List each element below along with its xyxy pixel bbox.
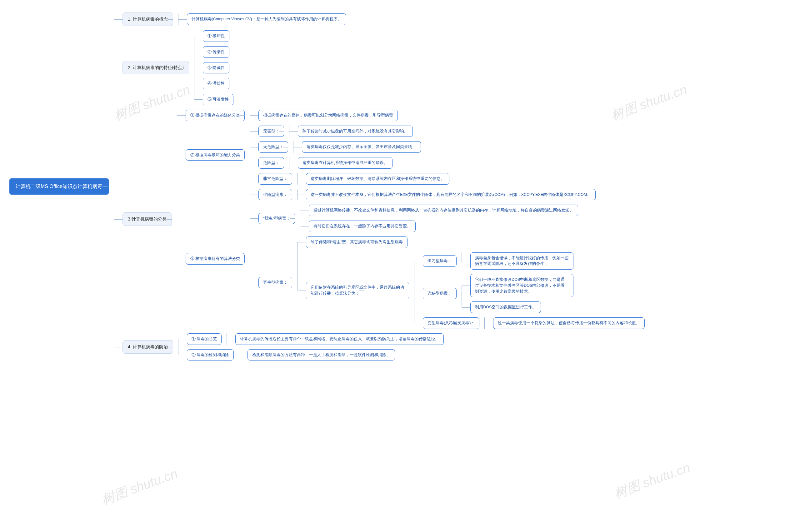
- damage-nonhazard[interactable]: 无危险型：: [258, 141, 288, 153]
- concept-definition[interactable]: 计算机病毒(Computer Viruses CV)：是一种人为编制的具有破坏作…: [187, 14, 346, 25]
- section-4-prevention[interactable]: 4. 计算机病毒的防治: [123, 340, 173, 354]
- worm-virus-desc-2[interactable]: 有时它们在系统存在，一般除了内存不占用其它资源。: [309, 221, 416, 232]
- section-1-concept[interactable]: 1. 计算机病毒的概念: [123, 13, 173, 26]
- damage-hazard-desc[interactable]: 这类病毒在计算机系统操作中造成严重的错误。: [298, 157, 392, 169]
- classify-by-media-desc[interactable]: 根据病毒存在的媒体，病毒可以划分为网络病毒，文件病毒，引导型病毒: [258, 110, 398, 121]
- stealth-virus[interactable]: 诡秘型病毒：: [423, 288, 457, 299]
- stealth-virus-desc-1[interactable]: 它们一般不直接修改DOS中断和扇区数据，而是通过设备技术和文件缓冲区等DOS内部…: [470, 274, 573, 297]
- worm-virus[interactable]: "蠕虫"型病毒：: [258, 213, 295, 224]
- feature-item[interactable]: ② 传染性: [203, 46, 229, 58]
- companion-virus-desc[interactable]: 这一类病毒并不改变文件本身，它们根据算法产生EXE文件的伴随体，具有同样的名字和…: [306, 189, 596, 201]
- root-node[interactable]: 计算机二级MS Office知识点计算机病毒: [10, 178, 109, 195]
- parasite-virus-desc-2[interactable]: 它们依附在系统的引导扇区或文件中，通过系统的功能进行传播，按算法分为：: [306, 282, 409, 299]
- section-2-features[interactable]: 2. 计算机病毒的的特征(特点): [123, 61, 189, 74]
- parasite-virus[interactable]: 寄生型病毒：: [258, 277, 292, 288]
- detection-removal[interactable]: ② 病毒的检测和消除: [187, 349, 234, 361]
- stealth-virus-desc-2[interactable]: 利用DOS空间的数据区进行工作。: [470, 302, 541, 313]
- feature-item[interactable]: ③ 隐藏性: [203, 62, 229, 74]
- damage-harmless-desc[interactable]: 除了传染时减少磁盘的可用空间外，对系统没有其它影响。: [298, 126, 413, 137]
- polymorphic-virus[interactable]: 变型病毒(又称幽灵病毒)：: [423, 317, 479, 329]
- prevention[interactable]: ① 病毒的防范: [187, 333, 222, 345]
- practice-virus-desc[interactable]: 病毒自身包含错误，不能进行很好的传播，例如一些病毒在调试阶段，还不具备发作的条件…: [470, 252, 573, 270]
- feature-item[interactable]: ⑤ 可激发性: [203, 94, 234, 105]
- worm-virus-desc-1[interactable]: 通过计算机网络传播，不改变文件和资料信息，利用网络从一台机器的内存传播到其它机器…: [309, 205, 578, 216]
- feature-item[interactable]: ④ 潜伏性: [203, 78, 229, 89]
- companion-virus[interactable]: 伴随型病毒：: [258, 189, 292, 201]
- damage-nonhazard-desc[interactable]: 这类病毒仅仅是减少内存、显示图像、发出声音及同类音响。: [302, 141, 421, 153]
- classify-by-algorithm[interactable]: ③ 根据病毒特有的算法分类: [186, 253, 245, 265]
- tree-root: 计算机二级MS Office知识点计算机病毒 1. 计算机病毒的概念 计算机病毒…: [10, 13, 790, 361]
- damage-hazard[interactable]: 危险型：: [258, 157, 284, 169]
- practice-virus[interactable]: 练习型病毒：: [423, 255, 457, 267]
- parasite-virus-desc-1[interactable]: 除了伴随和"蠕虫"型，其它病毒均可称为寄生型病毒: [306, 236, 408, 248]
- prevention-desc[interactable]: 计算机病毒的传播途径主要有两个：软盘和网络。要防止病毒的侵入，就要以预防为主，堵…: [235, 333, 444, 345]
- mindmap-canvas: 树图 shutu.cn 树图 shutu.cn 树图 shutu.cn 树图 s…: [0, 0, 800, 532]
- damage-harmless[interactable]: 无害型：: [258, 126, 284, 137]
- classify-by-media[interactable]: ① 根据病毒存在的媒体分类: [186, 110, 245, 121]
- watermark: 树图 shutu.cn: [99, 465, 180, 509]
- damage-severe-desc[interactable]: 这类病毒删除程序、破坏数据、清除系统内存区和操作系统中重要的信息。: [306, 173, 449, 185]
- polymorphic-virus-desc[interactable]: 这一类病毒使用一个复杂的算法，使自己每传播一份都具有不同的内容和长度。: [493, 317, 645, 329]
- feature-item[interactable]: ① 破坏性: [203, 30, 229, 42]
- damage-severe[interactable]: 非常危险型：: [258, 173, 292, 185]
- section-3-classification[interactable]: 3.计算机病毒的分类: [123, 212, 172, 226]
- detection-removal-desc[interactable]: 检测和消除病毒的方法有两种，一是人工检测和消除，一是软件检测和消除。: [247, 349, 395, 361]
- watermark: 树图 shutu.cn: [612, 459, 692, 502]
- classify-by-damage[interactable]: ② 根据病毒破坏的能力分类: [186, 149, 245, 161]
